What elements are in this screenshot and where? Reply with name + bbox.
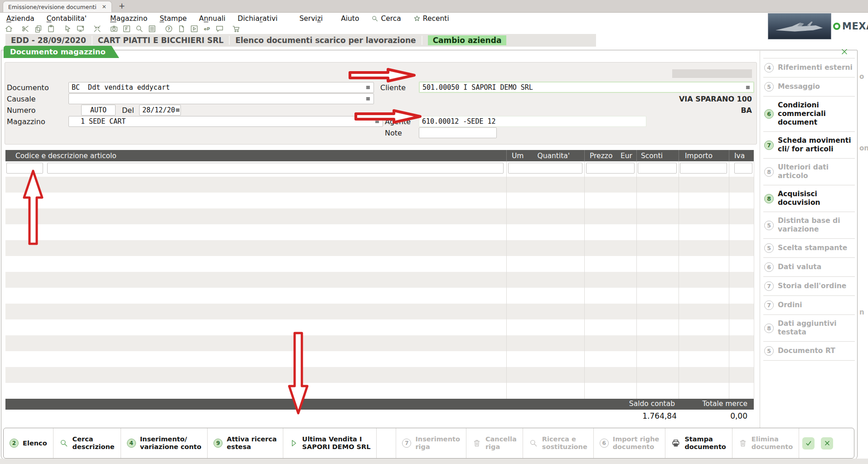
elimina-documento-button[interactable]: Eliminadocumento (732, 428, 799, 458)
attiva-ricerca-estesa-button[interactable]: 9Attiva ricercaestesa (208, 428, 283, 458)
sidebar-item-storia-dell-ordine[interactable]: 7Storia dell'ordine (763, 277, 855, 296)
table-row[interactable] (5, 256, 754, 272)
annulla-button[interactable] (818, 428, 836, 458)
table-row[interactable] (5, 351, 754, 367)
sidebar-item-dati-valuta[interactable]: 6Dati valuta (763, 258, 855, 277)
conferma-button[interactable] (799, 428, 818, 458)
menu-item-dichiarativi[interactable]: Dichiarativi (238, 14, 277, 23)
quantita-input[interactable] (508, 163, 582, 174)
tab-close-icon[interactable]: ✕ (102, 4, 107, 10)
play-icon[interactable] (190, 24, 199, 33)
table-row[interactable] (5, 304, 754, 319)
sidebar-item-label: Messaggio (778, 82, 820, 91)
paste-icon[interactable] (47, 24, 55, 33)
table-row[interactable] (5, 367, 754, 383)
table-row[interactable] (5, 288, 754, 304)
elenco-button[interactable]: 2Elenco (4, 428, 53, 458)
cursor-click-icon[interactable] (63, 24, 72, 33)
document-icon[interactable] (177, 24, 186, 33)
cut-icon[interactable] (21, 24, 30, 33)
inserimento-riga-button[interactable]: 7Inserimentoriga (396, 428, 466, 458)
import-righe-documento-button[interactable]: 6Import righedocumento (594, 428, 666, 458)
sidebar-item-dati-aggiuntivi-testata[interactable]: 8Dati aggiuntivi testata (763, 315, 855, 342)
sidebar-item-documento-rt[interactable]: 5Documento RT (763, 342, 855, 361)
ep-icon[interactable]: eP (203, 24, 211, 33)
importo-input[interactable] (680, 163, 727, 174)
sidebar-item-condizioni-commerciali-document[interactable]: 6Condizioni commerciali document (763, 97, 855, 132)
search-icon (59, 439, 68, 448)
sidebar-item-acquisisci-docuvision[interactable]: 8Acquisisci docuvision (763, 185, 855, 212)
sidebar-item-ulteriori-dati-articolo[interactable]: 8Ulteriori dati articolo (763, 159, 855, 185)
table-row[interactable] (5, 272, 754, 288)
agente-field[interactable]: 610.00012 -SEDE 12 (419, 116, 646, 127)
new-tab-button[interactable]: + (116, 0, 127, 11)
button-label: Cancellariga (485, 435, 517, 451)
table-row[interactable] (5, 193, 754, 208)
ricerca-e-sostituzione-button[interactable]: Ricerca esostituzione (523, 428, 594, 458)
sidebar-item-scheda-movimenti-cli-for-articoli[interactable]: 7Scheda movimenti cli/ for articoli (763, 132, 855, 159)
cancella-riga-button[interactable]: Cancellariga (466, 428, 523, 458)
documento-field[interactable]: BC Ddt vendita eddycart (68, 82, 374, 93)
saldo-contab-label: Saldo contab (629, 400, 675, 408)
dialog-close-button[interactable] (839, 47, 849, 57)
causale-field[interactable] (68, 93, 374, 104)
field-list-icon[interactable] (745, 85, 751, 90)
menu-item-servizi[interactable]: Servizi (299, 14, 323, 23)
chat-icon[interactable] (215, 24, 224, 33)
menu-item-contabilita[interactable]: Contabilita' (47, 14, 87, 23)
cart-icon[interactable] (232, 24, 241, 33)
shortcut-5-icon: 5 (764, 243, 774, 253)
calculator-icon[interactable] (148, 24, 156, 33)
sidebar-item-distinta-base-di-variazione[interactable]: 5Distinta base di variazione (763, 212, 855, 239)
table-row[interactable] (5, 383, 754, 399)
table-row[interactable] (5, 335, 754, 351)
sidebar-item-label: Documento RT (778, 347, 835, 355)
cerca-descrizione-button[interactable]: Cercadescrizione (53, 428, 121, 458)
ultima-vendita-button[interactable]: Ultima Vendita ISAPORI DEMO SRL (283, 428, 377, 458)
field-list-icon[interactable] (365, 96, 371, 102)
menu-item-recenti[interactable]: Recenti (413, 14, 449, 23)
search-omega-icon[interactable] (135, 24, 144, 33)
compress-icon[interactable] (93, 24, 102, 33)
iva-input[interactable] (734, 163, 752, 174)
workstation-icon[interactable] (76, 24, 85, 33)
camera-icon[interactable] (110, 24, 118, 33)
table-row[interactable] (5, 208, 754, 224)
prezzo-input[interactable] (586, 163, 635, 174)
menu-item-cerca[interactable]: Cerca (371, 14, 401, 23)
inserimento-variazione-conto-button[interactable]: 4Inserimento/variazione conto (121, 428, 208, 458)
tab-emissione-revisione-documenti[interactable]: Emissione/revisione documenti ✕ (3, 1, 112, 12)
menu-item-stampe[interactable]: Stampe (160, 14, 187, 23)
stampa-documento-button[interactable]: Stampadocumento (665, 428, 732, 458)
status-segment: EDD - 28/09/2020 (5, 36, 92, 45)
menu-item-annuali[interactable]: Annuali (199, 14, 225, 23)
sidebar-item-scelta-stampante[interactable]: 5Scelta stampante (763, 239, 855, 258)
sidebar-item-riferimenti-esterni[interactable]: 4Riferimenti esterni (763, 58, 855, 77)
sidebar-item-messaggio[interactable]: 5Messaggio (763, 77, 855, 97)
menu-item-azienda[interactable]: Azienda (6, 14, 34, 23)
table-row[interactable] (5, 177, 754, 193)
sconti-input[interactable] (638, 163, 677, 174)
help-icon[interactable]: ? (165, 24, 173, 33)
magazzino-field[interactable]: 1 SEDE CART (68, 116, 383, 127)
brand-name: MEXAL (842, 21, 868, 32)
status-bar: EDD - 28/09/2020CART PIATTI E BICCHIERI … (5, 34, 596, 47)
descrizione-input[interactable] (47, 163, 504, 174)
sidebar-item-ordini[interactable]: 7Ordini (763, 296, 855, 315)
menu-item-aiuto[interactable]: Aiuto (341, 14, 359, 23)
home-icon[interactable] (5, 24, 13, 33)
menu-item-magazzino[interactable]: Magazzino (110, 14, 147, 23)
cliente-field[interactable]: 501.00050 I SAPORI DEMO SRL (419, 82, 754, 93)
table-row[interactable] (5, 319, 754, 335)
table-row[interactable] (5, 240, 754, 256)
numero-field[interactable]: AUTO (81, 105, 116, 116)
copy-icon[interactable] (34, 24, 43, 33)
function-key-icon[interactable] (122, 24, 131, 33)
note-label: Note (385, 129, 402, 137)
note-field[interactable] (419, 127, 497, 138)
field-list-icon[interactable] (175, 107, 180, 113)
brand-ring-icon (833, 23, 840, 30)
field-list-icon[interactable] (365, 85, 371, 90)
data-documento-field[interactable]: 28/12/20 (139, 105, 181, 116)
table-row[interactable] (5, 224, 754, 240)
